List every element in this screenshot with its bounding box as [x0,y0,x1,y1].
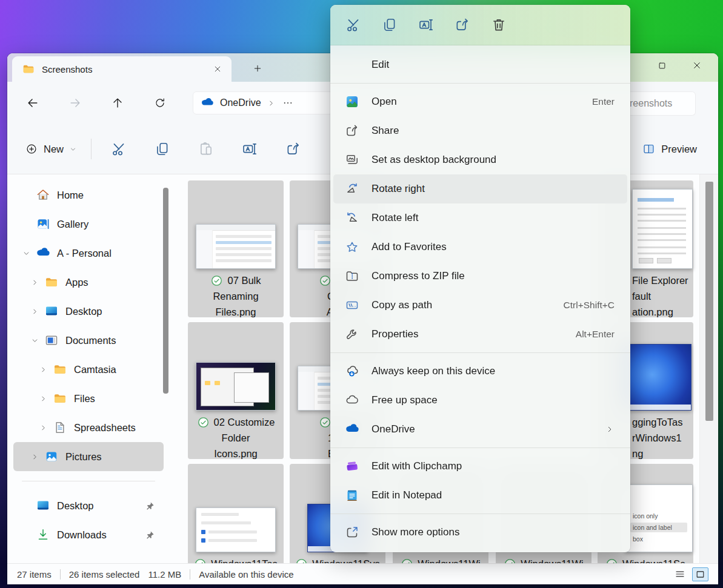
sidebar-item-camtasia[interactable]: Camtasia [13,355,164,384]
content-scrollbar-track[interactable] [699,174,718,563]
file-tile-02-customize[interactable]: 02 CustomizeFolderIcons.png [188,322,284,459]
share-icon [345,124,359,138]
preview-button[interactable]: Preview [642,143,697,156]
cut-button[interactable] [340,12,367,38]
address-bar[interactable]: OneDrive [193,91,348,114]
expander-closed-icon[interactable] [27,279,42,286]
expander-closed-icon[interactable] [27,308,42,315]
sidebar: HomeGalleryA - PersonalAppsDesktopDocume… [7,174,170,563]
sidebar-item-desktop[interactable]: Desktop [13,297,164,326]
delete-button[interactable] [485,12,512,38]
menu-item-copy-as-path[interactable]: Copy as pathCtrl+Shift+C [330,291,630,320]
sidebar-item-spreadsheets[interactable]: Spreadsheets [13,413,164,442]
menu-item-rotate-right[interactable]: Rotate right [333,174,627,203]
file-name: Windows11Se [598,556,693,563]
home-icon [35,187,51,203]
new-button-label: New [44,144,64,155]
expander-closed-icon[interactable] [35,366,51,374]
breadcrumb-ellipsis[interactable] [282,97,293,108]
selected-check-icon [295,558,308,564]
menu-item-share[interactable]: Share [330,116,630,145]
search-input[interactable]: reenshots [630,91,696,116]
sidebar-item-pictures[interactable]: Pictures [13,442,164,471]
menu-item-rotate-left[interactable]: Rotate left [330,203,630,233]
file-name-line: fault [632,288,651,304]
sidebar-item-label: Pictures [65,451,102,463]
share-button[interactable] [449,12,476,38]
menu-item-onedrive[interactable]: OneDrive [330,415,630,444]
clipchamp-icon [345,459,359,474]
file-name: Windows11Sys [290,556,385,563]
new-button[interactable]: New [25,143,76,155]
sidebar-item-gallery[interactable]: Gallery [13,210,164,239]
expander-open-icon[interactable] [27,337,42,345]
cut-button[interactable] [105,135,133,163]
breadcrumb-root[interactable]: OneDrive [220,97,261,108]
context-menu-list: EditOpenEnterShareSet as desktop backgro… [330,45,630,552]
menu-item-set-as-desktop-background[interactable]: Set as desktop background [330,145,630,174]
menu-item-show-more-options[interactable]: Show more options [330,518,630,547]
menu-item-edit-with-clipchamp[interactable]: Edit with Clipchamp [330,452,630,481]
menu-item-properties[interactable]: PropertiesAlt+Enter [330,320,630,349]
new-tab-button[interactable] [250,61,265,76]
menu-item-edit-in-notepad[interactable]: Edit in Notepad [330,481,630,510]
sidebar-item-files[interactable]: Files [13,384,164,413]
expander-open-icon[interactable] [18,249,34,257]
thumbnail-zone [188,180,284,273]
details-view-button[interactable] [671,567,688,581]
back-button[interactable] [21,91,45,115]
file-thumbnail [196,224,276,269]
file-name-line: 02 Customize [214,414,275,430]
menu-item-compress-to-zip-file[interactable]: Compress to ZIP file [330,262,630,291]
file-tile-07-bulk[interactable]: 07 BulkRenamingFiles.png [188,180,284,317]
menu-item-open[interactable]: OpenEnter [330,87,630,116]
share-button[interactable] [279,135,307,163]
onedrive-icon [35,245,51,261]
sidebar-item-apps[interactable]: Apps [13,268,164,297]
large-icons-view-button[interactable] [692,567,708,581]
file-name-line: Renaming [213,288,258,304]
free-space-icon [345,393,359,408]
tab-screenshots[interactable]: Screenshots [12,56,232,82]
sidebar-item-downloads-pinned[interactable]: Downloads [13,520,164,549]
menu-separator [330,448,630,448]
file-name-line: Folder [222,430,250,446]
menu-item-add-to-favorites[interactable]: Add to Favorites [330,233,630,262]
folder-icon [22,62,35,76]
menu-item-free-up-space[interactable]: Free up space [330,386,630,415]
up-button[interactable] [105,91,130,115]
rename-button[interactable] [413,12,439,38]
copy-button[interactable] [376,12,403,38]
menu-item-label: Set as desktop background [371,154,496,166]
context-menu-quick-actions [330,5,630,45]
expander-closed-icon[interactable] [27,453,42,461]
file-name: 02 CustomizeFolderIcons.png [188,414,284,461]
rotate-right-icon [345,182,359,196]
tab-close-icon[interactable] [210,61,225,77]
copy-icon [155,141,170,157]
menu-item-edit[interactable]: Edit [330,50,630,79]
menu-item-label: Add to Favorites [371,241,447,253]
selected-check-icon [210,274,223,287]
file-thumbnail [624,344,691,411]
maximize-button[interactable] [644,53,679,78]
content-scrollbar-thumb[interactable] [705,182,713,421]
close-button[interactable] [679,53,715,78]
copy-button[interactable] [148,135,176,163]
sidebar-item-desktop-pinned[interactable]: Desktop [13,491,164,520]
menu-item-always-keep-on-this-device[interactable]: Always keep on this device [330,357,630,386]
file-tile-windows11tas[interactable]: Windows11Tas [188,464,284,563]
sidebar-item-home[interactable]: Home [13,180,164,210]
sidebar-item-documents[interactable]: Documents [13,326,164,355]
sidebar-scrollbar[interactable] [163,188,168,394]
paste-button[interactable] [192,135,220,163]
expander-closed-icon[interactable] [35,395,51,403]
breadcrumb-chevron-icon[interactable] [267,99,275,107]
expander-closed-icon[interactable] [35,424,51,432]
forward-button[interactable] [63,91,87,115]
rename-button[interactable] [236,135,264,163]
sidebar-item-a-personal[interactable]: A - Personal [13,239,164,268]
refresh-button[interactable] [148,91,172,115]
selected-check-icon [401,558,413,564]
submenu-chevron-icon [605,424,615,434]
